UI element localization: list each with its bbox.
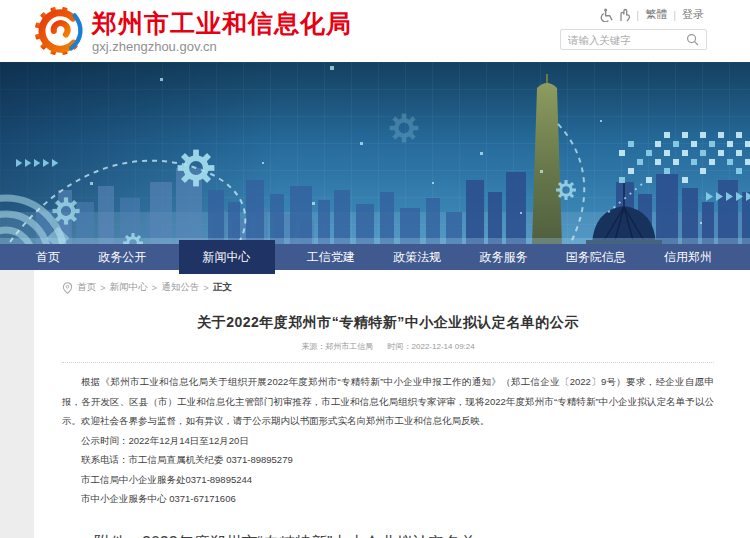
nav-item-8[interactable]: 信用郑州 <box>658 244 718 274</box>
magnifier-icon <box>686 33 699 46</box>
gear-swoosh-logo-icon <box>33 5 85 57</box>
article-paragraph: 公示时间：2022年12月14日至12月20日 <box>62 431 714 451</box>
search-input[interactable] <box>568 34 686 46</box>
search-box <box>560 29 707 50</box>
article-paragraph: 市工信局中小企业服务处0371-89895244 <box>62 470 714 490</box>
breadcrumb-separator: > <box>152 282 158 293</box>
breadcrumb-item[interactable]: 通知公告 <box>161 281 199 294</box>
page-body: 首页>新闻中心>通知公告>正文 关于2022年度郑州市“专精特新”中小企业拟认定… <box>0 270 750 538</box>
nav-item-5[interactable]: 政策法规 <box>387 244 447 274</box>
nav-item-3[interactable]: 新闻中心 <box>179 240 275 274</box>
banner-illustration <box>0 62 750 244</box>
article-paragraph: 根据《郑州市工业和信息化局关于组织开展2022年度郑州市“专精特新”中小企业申报… <box>62 372 714 431</box>
nav-item-1[interactable]: 首页 <box>30 244 66 274</box>
content-container: 首页>新闻中心>通知公告>正文 关于2022年度郑州市“专精特新”中小企业拟认定… <box>34 270 750 538</box>
traditional-chinese-link[interactable]: 繁體 <box>645 7 667 22</box>
site-url: gxj.zhengzhou.gov.cn <box>92 39 352 55</box>
nav-item-2[interactable]: 政务公开 <box>92 244 152 274</box>
site-name: 郑州市工业和信息化局 <box>92 8 352 38</box>
article-source: 来源：郑州市工信局 <box>301 342 373 351</box>
article-paragraph: 联系电话：市工信局直属机关纪委 0371-89895279 <box>62 450 714 470</box>
main-nav: 首页政务公开新闻中心工信党建政策法规政务服务国务院信息信用郑州 <box>0 244 750 270</box>
attachment-link[interactable]: 附件：2022年度郑州市“专精特新”中小企业拟认定名单 <box>62 533 714 538</box>
sign-language-icon[interactable] <box>618 8 631 22</box>
site-header: 郑州市工业和信息化局 gxj.zhengzhou.gov.cn | 繁體 | 登… <box>0 0 750 62</box>
breadcrumb-item[interactable]: 首页 <box>77 281 96 294</box>
breadcrumb-item: 正文 <box>213 281 232 294</box>
hero-banner <box>0 62 750 244</box>
article-meta: 来源：郑州市工信局 时间：2022-12-14 09:24 <box>62 341 714 363</box>
breadcrumb: 首页>新闻中心>通知公告>正文 <box>62 276 714 300</box>
logo-text: 郑州市工业和信息化局 gxj.zhengzhou.gov.cn <box>92 8 352 55</box>
article-body: 根据《郑州市工业和信息化局关于组织开展2022年度郑州市“专精特新”中小企业申报… <box>62 363 714 509</box>
wheelchair-icon[interactable] <box>600 8 614 22</box>
login-link[interactable]: 登录 <box>682 7 704 22</box>
article-time: 时间：2022-12-14 09:24 <box>388 342 475 351</box>
article-title: 关于2022年度郑州市“专精特新”中小企业拟认定名单的公示 <box>62 314 714 332</box>
breadcrumb-separator: > <box>203 282 209 293</box>
nav-item-7[interactable]: 国务院信息 <box>560 244 632 274</box>
breadcrumb-item[interactable]: 新闻中心 <box>110 281 148 294</box>
breadcrumb-separator: > <box>100 282 106 293</box>
main-nav-list: 首页政务公开新闻中心工信党建政策法规政务服务国务院信息信用郑州 <box>0 244 750 274</box>
map-pin-icon <box>62 282 73 294</box>
nav-item-4[interactable]: 工信党建 <box>301 244 361 274</box>
top-links: | 繁體 | 登录 <box>560 7 707 22</box>
site-logo[interactable]: 郑州市工业和信息化局 gxj.zhengzhou.gov.cn <box>33 5 352 57</box>
breadcrumb-list: 首页>新闻中心>通知公告>正文 <box>77 281 232 294</box>
article-paragraph: 市中小企业服务中心 0371-67171606 <box>62 489 714 509</box>
links-separator: | <box>673 9 676 21</box>
links-separator: | <box>636 9 639 21</box>
search-button[interactable] <box>686 33 699 46</box>
header-right: | 繁體 | 登录 <box>560 7 707 50</box>
nav-item-6[interactable]: 政务服务 <box>473 244 533 274</box>
